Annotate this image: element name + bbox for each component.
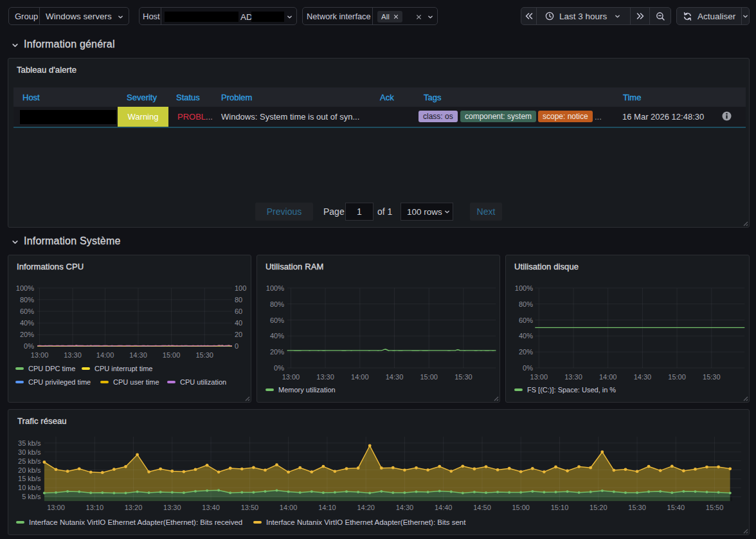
svg-text:100%: 100% (16, 284, 34, 292)
svg-text:14:50: 14:50 (473, 504, 491, 511)
svg-text:14:40: 14:40 (435, 504, 453, 511)
svg-text:10 kb/s: 10 kb/s (18, 484, 41, 491)
svg-text:20: 20 (235, 331, 242, 338)
svg-text:0: 0 (235, 342, 239, 350)
svg-text:15:30: 15:30 (455, 373, 473, 381)
svg-text:60%: 60% (519, 316, 533, 324)
svg-text:15:00: 15:00 (163, 351, 181, 359)
svg-text:40: 40 (235, 319, 242, 327)
svg-text:13:30: 13:30 (564, 373, 582, 381)
svg-text:13:30: 13:30 (316, 373, 334, 381)
svg-text:15:10: 15:10 (551, 504, 569, 511)
svg-text:40%: 40% (519, 332, 533, 340)
svg-text:15:20: 15:20 (590, 504, 608, 511)
svg-text:5 kb/s: 5 kb/s (22, 493, 41, 500)
svg-text:14:30: 14:30 (396, 504, 414, 511)
svg-text:13:00: 13:00 (47, 504, 65, 511)
svg-text:13:00: 13:00 (282, 373, 300, 381)
svg-text:13:50: 13:50 (241, 504, 259, 511)
svg-text:0%: 0% (274, 364, 284, 372)
svg-text:20%: 20% (20, 331, 34, 338)
svg-text:13:30: 13:30 (163, 504, 181, 511)
svg-text:13:20: 13:20 (125, 504, 143, 511)
svg-text:30 kb/s: 30 kb/s (18, 448, 41, 456)
svg-text:20 kb/s: 20 kb/s (18, 466, 41, 474)
svg-text:14:00: 14:00 (351, 373, 369, 381)
svg-text:14:00: 14:00 (599, 373, 617, 381)
svg-text:13:10: 13:10 (86, 504, 104, 511)
svg-text:80%: 80% (20, 296, 34, 304)
svg-text:35 kb/s: 35 kb/s (18, 439, 41, 447)
svg-text:15:40: 15:40 (667, 504, 685, 511)
svg-text:13:30: 13:30 (64, 351, 82, 359)
svg-text:80%: 80% (519, 300, 533, 308)
svg-text:20%: 20% (270, 348, 284, 356)
svg-text:14:30: 14:30 (129, 351, 147, 359)
svg-text:13:40: 13:40 (202, 504, 220, 511)
svg-text:20%: 20% (519, 348, 533, 356)
svg-text:15:30: 15:30 (628, 504, 646, 511)
svg-text:14:00: 14:00 (280, 504, 298, 511)
svg-text:14:10: 14:10 (318, 504, 336, 511)
svg-text:40%: 40% (270, 332, 284, 340)
svg-text:15:30: 15:30 (703, 373, 721, 381)
svg-text:100%: 100% (515, 284, 533, 292)
svg-text:13:00: 13:00 (31, 351, 49, 359)
svg-text:15:50: 15:50 (706, 504, 724, 511)
svg-text:100: 100 (235, 284, 246, 292)
svg-text:60%: 60% (20, 307, 34, 315)
svg-text:0%: 0% (523, 364, 533, 372)
svg-text:13:00: 13:00 (530, 373, 548, 381)
svg-text:15:00: 15:00 (512, 504, 530, 511)
svg-text:14:00: 14:00 (96, 351, 114, 359)
svg-text:14:30: 14:30 (386, 373, 404, 381)
svg-text:15:30: 15:30 (195, 351, 213, 359)
svg-text:14:20: 14:20 (357, 504, 375, 511)
svg-text:15:00: 15:00 (420, 373, 438, 381)
svg-text:40%: 40% (20, 319, 34, 327)
svg-text:0%: 0% (24, 342, 34, 350)
svg-text:25 kb/s: 25 kb/s (18, 457, 41, 465)
svg-text:15:00: 15:00 (668, 373, 686, 381)
svg-text:80%: 80% (270, 300, 284, 308)
svg-text:14:30: 14:30 (634, 373, 652, 381)
svg-text:60: 60 (235, 307, 242, 315)
svg-text:15 kb/s: 15 kb/s (18, 475, 41, 482)
svg-text:80: 80 (235, 296, 242, 304)
svg-text:60%: 60% (270, 316, 284, 324)
svg-text:100%: 100% (266, 284, 284, 292)
